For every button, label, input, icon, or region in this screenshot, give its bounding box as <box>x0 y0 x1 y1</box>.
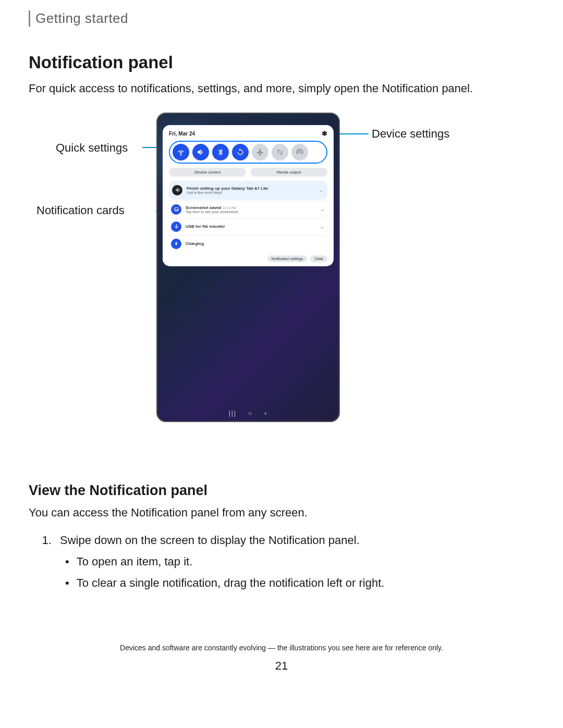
chevron-down-icon[interactable]: ⌄ <box>320 206 324 212</box>
card-title: Charging <box>186 241 325 246</box>
rotate-icon[interactable] <box>232 144 249 161</box>
footnote: Devices and software are constantly evol… <box>29 644 534 652</box>
recent-icon[interactable]: ||| <box>229 410 237 417</box>
clear-button[interactable]: Clear <box>310 255 327 262</box>
callout-notification-cards: Notification cards <box>36 204 125 217</box>
data-icon[interactable] <box>272 144 288 161</box>
media-output-button[interactable]: Media output <box>250 168 327 177</box>
android-navbar: ||| ○ ‹ <box>157 410 339 417</box>
date-label: Fri, Mar 24 <box>169 131 195 137</box>
svg-point-2 <box>175 208 176 209</box>
notification-settings-button[interactable]: Notification settings <box>267 255 308 262</box>
card-subtitle: Just a few more steps <box>187 191 315 194</box>
chevron-down-icon[interactable]: ⌄ <box>319 187 323 193</box>
bluetooth-icon[interactable] <box>212 144 229 161</box>
hotspot-icon[interactable] <box>291 144 308 161</box>
device-frame: Fri, Mar 24 Device control Media output <box>156 113 340 422</box>
card-title: Screenshot saved <box>186 205 221 210</box>
image-icon <box>171 204 181 215</box>
card-subtitle: Tap here to see your screenshot. <box>186 210 316 214</box>
figure: Quick settings Notification cards Device… <box>29 113 534 456</box>
step-text: Swipe down on the screen to display the … <box>60 534 360 547</box>
home-icon[interactable]: ○ <box>248 410 253 417</box>
gear-icon[interactable] <box>321 130 327 138</box>
notification-card[interactable]: Screenshot saved 12:13 PM Tap here to se… <box>169 201 327 218</box>
svg-point-0 <box>177 189 178 191</box>
intro-text: For quick access to notifications, setti… <box>29 81 534 97</box>
card-title: Finish setting up your Galaxy Tab A7 Lit… <box>187 186 315 191</box>
list-item: To open an item, tap it. <box>60 553 534 570</box>
wifi-icon[interactable] <box>173 144 189 161</box>
notification-card[interactable]: USB for file transfer ⌄ <box>169 218 327 235</box>
gear-icon <box>172 185 182 195</box>
list-item: Swipe down on the screen to display the … <box>55 532 534 591</box>
callout-device-settings: Device settings <box>372 127 449 141</box>
section-text: You can access the Notification panel fr… <box>29 505 534 521</box>
section-heading: View the Notification panel <box>29 483 534 499</box>
chevron-down-icon[interactable]: ⌄ <box>320 224 324 229</box>
list-item: To clear a single notification, drag the… <box>60 574 534 591</box>
sound-icon[interactable] <box>192 144 209 161</box>
bolt-icon <box>171 239 181 249</box>
breadcrumb: Getting started <box>29 10 534 27</box>
page-number: 21 <box>29 659 534 673</box>
notification-card[interactable]: Finish setting up your Galaxy Tab A7 Lit… <box>169 181 327 200</box>
steps-list: Swipe down on the screen to display the … <box>55 532 534 591</box>
airplane-icon[interactable] <box>252 144 268 161</box>
quick-settings-row <box>169 141 327 164</box>
card-time: 12:13 PM <box>223 206 236 209</box>
page-title: Notification panel <box>29 53 534 72</box>
back-icon[interactable]: ‹ <box>264 410 267 417</box>
notification-panel: Fri, Mar 24 Device control Media output <box>163 125 334 266</box>
card-title: USB for file transfer <box>186 224 316 229</box>
usb-icon <box>171 221 181 232</box>
notification-card[interactable]: Charging <box>169 235 327 252</box>
callout-quick-settings: Quick settings <box>56 141 128 155</box>
device-control-button[interactable]: Device control <box>169 168 246 177</box>
